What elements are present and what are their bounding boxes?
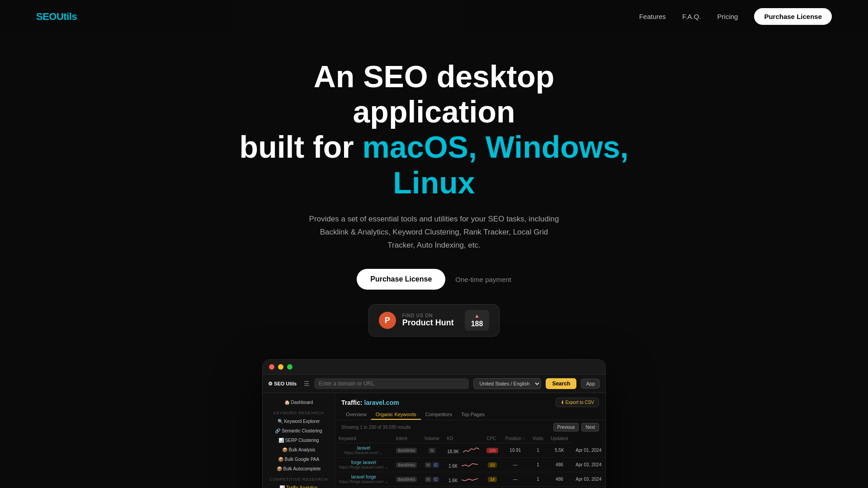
cell-volume-val: 18.9K <box>443 443 483 458</box>
cell-updated: Apr 03, 2024 <box>572 472 605 487</box>
nav-links: Features F.A.Q. Pricing Purchase License <box>639 8 832 25</box>
app-tabs: Overview Organic Keywords Competitors To… <box>335 407 605 420</box>
col-intent: Intent <box>392 434 421 443</box>
cell-kd: 22 <box>483 458 502 472</box>
nav-faq[interactable]: F.A.Q. <box>682 13 701 20</box>
sidebar-section-keyword: KEYWORD RESEARCH <box>263 407 335 417</box>
cell-keyword: laravel forgehttps://forge.laravel.com/ … <box>335 472 392 487</box>
cell-volume-val: 1.6K <box>443 472 483 487</box>
sidebar-item-keyword-explorer[interactable]: 🔍 Keyword Explorer <box>263 417 335 426</box>
pagination: Previous Next <box>553 423 599 432</box>
col-cpc: CPC <box>483 434 502 443</box>
col-keyword: Keyword <box>335 434 392 443</box>
cell-cpc: — <box>502 458 529 472</box>
col-visits: Visits <box>529 434 547 443</box>
next-button[interactable]: Next <box>581 423 599 432</box>
logo-highlight: Utils <box>57 11 77 22</box>
app-menu-button[interactable]: App <box>581 379 600 389</box>
cell-position: 1 <box>529 443 547 458</box>
sidebar-item-serp[interactable]: 📊 SERP Clustering <box>263 436 335 445</box>
window-minimize-dot <box>278 364 283 370</box>
cell-intent: Backlinks <box>392 443 421 458</box>
ph-find-us-label: FIND US ON <box>402 313 433 318</box>
cell-kd: 100 <box>483 443 502 458</box>
logo: SEOUtils <box>36 11 77 23</box>
app-main: Traffic: laravel.com ⬇ Export to CSV Ove… <box>335 393 605 488</box>
product-hunt-icon: P <box>379 312 396 329</box>
sidebar-section-competitive: COMPETITIVE RESEARCH <box>263 474 335 483</box>
hero-subtitle: Provides a set of essential tools and ut… <box>307 213 561 252</box>
app-toolbar: ⚙ SEO Utils ☰ United States / English Se… <box>263 375 605 393</box>
nav-purchase-button[interactable]: Purchase License <box>754 8 832 25</box>
sidebar-item-semantic[interactable]: 🔗 Semantic Clustering <box>263 426 335 436</box>
cell-badges: N C <box>421 472 443 487</box>
col-position: Position ↑ <box>502 434 529 443</box>
hero-title-line2-plain: built for <box>240 130 363 164</box>
cell-intent: Backlinks <box>392 458 421 472</box>
app-sidebar: 🏠 Dashboard KEYWORD RESEARCH 🔍 Keyword E… <box>263 393 335 488</box>
hero-actions: Purchase License One-time payment <box>357 269 511 290</box>
app-body: 🏠 Dashboard KEYWORD RESEARCH 🔍 Keyword E… <box>263 393 605 488</box>
nav-pricing[interactable]: Pricing <box>717 13 738 20</box>
ph-upvote-box: ▲ 188 <box>465 310 490 331</box>
table-row: laravelhttps://laravel.com/ ⌄ Backlinks … <box>335 443 605 458</box>
navbar: SEOUtils Features F.A.Q. Pricing Purchas… <box>0 0 868 33</box>
col-updated: Updated <box>547 434 572 443</box>
sidebar-item-bulk-auto[interactable]: 📦 Bulk Autocomplete <box>263 464 335 474</box>
tab-top-pages[interactable]: Top Pages <box>457 410 489 420</box>
product-hunt-badge[interactable]: P FIND US ON Product Hunt ▲ 188 <box>368 304 500 337</box>
traffic-domain: laravel.com <box>364 399 399 406</box>
export-csv-button[interactable]: ⬇ Export to CSV <box>556 398 599 407</box>
hero-section: An SEO desktop application built for mac… <box>0 0 868 488</box>
cell-intent: Backlinks <box>392 472 421 487</box>
sidebar-item-bulk-analysis[interactable]: 📦 Bulk Analysis <box>263 445 335 455</box>
tab-organic[interactable]: Organic Keywords <box>371 410 421 420</box>
logo-plain: SEO <box>36 11 57 22</box>
cell-updated: Apr 03, 2024 <box>572 458 605 472</box>
cell-keyword: forge laravelhttps://forge.laravel.com/ … <box>335 458 392 472</box>
payment-note: One-time payment <box>455 276 511 283</box>
keywords-table: Keyword Intent Volume KD CPC Position ↑ … <box>335 434 605 488</box>
cell-visits: 486 <box>547 458 572 472</box>
cell-badges: N C <box>421 458 443 472</box>
cell-keyword: laravelhttps://laravel.com/ ⌄ <box>335 443 392 458</box>
cell-visits: 486 <box>547 472 572 487</box>
app-main-header: Traffic: laravel.com ⬇ Export to CSV <box>335 393 605 407</box>
results-count: Showing 1 to 200 of 39,580 results <box>341 425 411 430</box>
window-chrome <box>263 360 605 375</box>
table-row: laravel forgehttps://forge.laravel.com/ … <box>335 472 605 487</box>
cell-kd: 14 <box>483 472 502 487</box>
tab-competitors[interactable]: Competitors <box>421 410 457 420</box>
cell-position: 1 <box>529 472 547 487</box>
search-button[interactable]: Search <box>546 378 576 389</box>
hero-title-line1: An SEO desktop application <box>314 59 555 129</box>
app-logo-label: ⚙ SEO Utils <box>268 381 297 387</box>
hamburger-icon[interactable]: ☰ <box>304 380 310 387</box>
ph-upvote-count: 188 <box>471 320 483 328</box>
prev-button[interactable]: Previous <box>553 423 579 432</box>
hero-title: An SEO desktop application built for mac… <box>231 59 637 200</box>
results-info: Showing 1 to 200 of 39,580 results Previ… <box>335 420 605 434</box>
ph-name: Product Hunt <box>402 318 454 328</box>
language-select[interactable]: United States / English <box>473 378 541 389</box>
sidebar-item-bulk-paa[interactable]: 📦 Bulk Google PAA <box>263 455 335 464</box>
cell-position: 1 <box>529 458 547 472</box>
cell-volume-val: 1.6K <box>443 458 483 472</box>
cell-visits: 5.5K <box>547 443 572 458</box>
cell-updated: Apr 01, 2024 <box>572 443 605 458</box>
cell-cpc: 10.91 <box>502 443 529 458</box>
window-close-dot <box>269 364 274 370</box>
hero-title-highlight: macOS, Windows, Linux <box>363 130 629 199</box>
hero-purchase-button[interactable]: Purchase License <box>357 269 445 290</box>
col-volume: Volume <box>421 434 443 443</box>
window-maximize-dot <box>287 364 292 370</box>
ph-arrow-icon: ▲ <box>474 313 480 319</box>
traffic-title: Traffic: laravel.com <box>341 399 399 406</box>
cell-cpc: — <box>502 472 529 487</box>
tab-overview[interactable]: Overview <box>341 410 371 420</box>
cell-volume: N <box>421 443 443 458</box>
nav-features[interactable]: Features <box>639 13 666 20</box>
url-input[interactable] <box>314 378 469 389</box>
sidebar-item-dashboard[interactable]: 🏠 Dashboard <box>263 398 335 407</box>
sidebar-item-traffic[interactable]: 📈 Traffic Analytics <box>263 483 335 488</box>
